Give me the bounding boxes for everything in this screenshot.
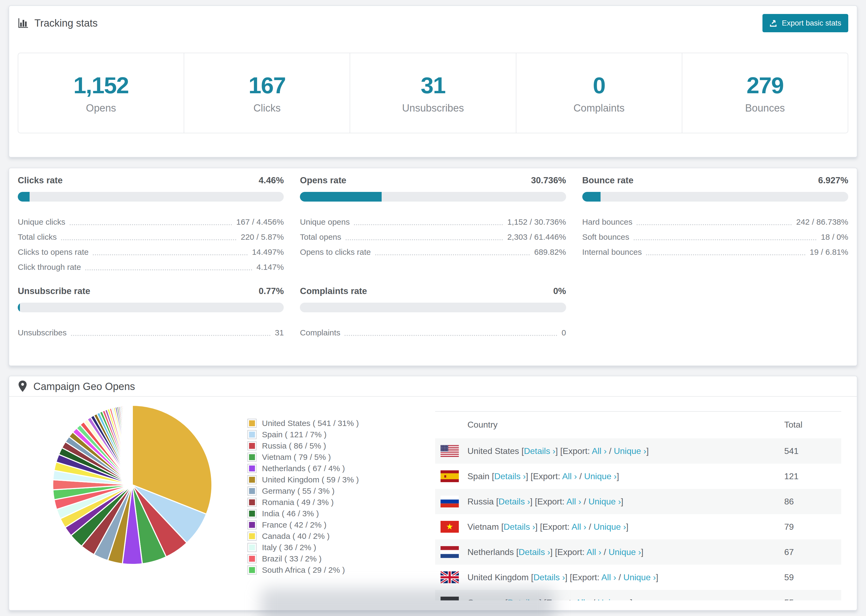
rate-stat-row: Click through rate4.147% xyxy=(18,259,284,275)
geo-table-row: United Kingdom [Details ›] [Export: All … xyxy=(435,565,841,590)
rate-stat-row: Complaints0 xyxy=(300,325,566,340)
row-links: [Details ›] [Export: All › / Unique ›] xyxy=(490,471,619,481)
rate-stat-value: 18 / 0% xyxy=(821,232,848,242)
export-unique-link[interactable]: Unique › xyxy=(614,446,646,456)
dotted-leader xyxy=(375,254,530,255)
dotted-leader xyxy=(345,335,557,336)
rate-stat-row: Opens to clicks rate689.82% xyxy=(300,245,566,259)
country-name: Spain xyxy=(468,471,490,481)
details-link[interactable]: Details › xyxy=(524,446,555,456)
legend-item: France ( 42 / 2% ) xyxy=(247,520,359,530)
country-total: 79 xyxy=(784,514,841,539)
legend-swatch xyxy=(247,486,257,496)
rate-panel-complaints-rate: Complaints rate0%Complaints0 xyxy=(300,286,566,340)
rate-stat-label: Total opens xyxy=(300,232,341,242)
rate-title: Bounce rate xyxy=(582,176,634,185)
campaign-overview-page: Tracking stats Export basic stats 1,152O… xyxy=(0,0,866,616)
legend-item: United States ( 541 / 31% ) xyxy=(247,419,359,428)
dotted-leader xyxy=(85,269,252,270)
bar-chart-icon xyxy=(18,18,28,28)
legend-label: India ( 46 / 3% ) xyxy=(262,509,319,518)
dotted-leader xyxy=(636,224,792,225)
geo-opens-title-text: Campaign Geo Opens xyxy=(33,381,135,392)
dotted-leader xyxy=(71,335,271,336)
country-name: United Kingdom xyxy=(468,572,529,582)
tracking-stats-card: Tracking stats Export basic stats 1,152O… xyxy=(9,5,857,157)
legend-swatch xyxy=(247,441,257,451)
export-all-link[interactable]: All › xyxy=(601,572,616,582)
geo-legend: United States ( 541 / 31% )Spain ( 121 /… xyxy=(247,419,359,600)
rate-stat-label: Unique opens xyxy=(300,217,350,227)
rate-stat-label: Clicks to opens rate xyxy=(18,247,88,257)
progress-bar xyxy=(18,192,284,201)
legend-item: Netherlands ( 67 / 4% ) xyxy=(247,464,359,473)
rate-stat-value: 2,303 / 61.446% xyxy=(507,232,566,242)
rate-stat-row: Unique clicks167 / 4.456% xyxy=(18,214,284,229)
shadow-artifact xyxy=(261,588,554,616)
stat-label: Unsubscribes xyxy=(402,102,464,114)
details-link[interactable]: Details › xyxy=(494,471,526,481)
legend-item: Italy ( 36 / 2% ) xyxy=(247,543,359,552)
geo-opens-table: Country Total United States [Details ›] … xyxy=(435,411,841,600)
details-link[interactable]: Details › xyxy=(533,572,565,582)
details-link[interactable]: Details › xyxy=(518,547,550,557)
rate-value: 30.736% xyxy=(531,176,566,185)
export-all-link[interactable]: All › xyxy=(576,598,590,601)
stat-value: 31 xyxy=(420,72,446,99)
stat-label: Complaints xyxy=(573,102,625,114)
rate-stat-value: 1,152 / 30.736% xyxy=(507,217,566,227)
dotted-leader xyxy=(70,224,232,225)
export-unique-link[interactable]: Unique › xyxy=(624,572,656,582)
legend-swatch xyxy=(247,532,257,541)
rate-stat-value: 689.82% xyxy=(534,247,566,257)
export-all-link[interactable]: All › xyxy=(587,547,601,557)
details-link[interactable]: Details › xyxy=(504,522,535,532)
tracking-stats-title-text: Tracking stats xyxy=(35,17,98,29)
rate-value: 0% xyxy=(553,286,566,295)
export-all-link[interactable]: All › xyxy=(592,446,606,456)
export-unique-link[interactable]: Unique › xyxy=(589,497,621,506)
legend-label: South Africa ( 29 / 2% ) xyxy=(262,566,345,575)
legend-label: Germany ( 55 / 3% ) xyxy=(262,486,335,496)
details-link[interactable]: Details › xyxy=(499,497,530,506)
flag-ru-icon xyxy=(441,496,459,508)
rate-stat-label: Unique clicks xyxy=(18,217,65,227)
stat-label: Bounces xyxy=(745,102,785,114)
rate-panel-unsubscribe-rate: Unsubscribe rate0.77%Unsubscribes31 xyxy=(18,286,284,340)
export-all-link[interactable]: All › xyxy=(567,497,581,506)
rate-stat-label: Hard bounces xyxy=(582,217,633,227)
rate-stat-value: 31 xyxy=(275,328,284,338)
country-name: Netherlands xyxy=(468,547,514,557)
country-total: 67 xyxy=(784,539,841,565)
country-name: Russia xyxy=(468,497,494,507)
rate-stat-value: 167 / 4.456% xyxy=(236,217,284,227)
export-basic-stats-button[interactable]: Export basic stats xyxy=(762,14,848,32)
rates-card: Clicks rate4.46%Unique clicks167 / 4.456… xyxy=(9,168,857,366)
legend-item: Vietnam ( 79 / 5% ) xyxy=(247,453,359,462)
legend-swatch xyxy=(247,475,257,484)
stat-value: 0 xyxy=(593,72,605,99)
geo-opens-pie-chart[interactable] xyxy=(52,404,213,566)
rate-stat-value: 14.497% xyxy=(252,247,284,257)
legend-swatch xyxy=(247,453,257,462)
stat-label: Opens xyxy=(86,102,116,114)
flag-vn-icon xyxy=(441,521,459,533)
export-unique-link[interactable]: Unique › xyxy=(584,471,617,481)
export-unique-link[interactable]: Unique › xyxy=(609,547,641,557)
dotted-leader xyxy=(646,254,805,255)
legend-label: Italy ( 36 / 2% ) xyxy=(262,543,316,552)
export-unique-link[interactable]: Unique › xyxy=(598,598,630,601)
export-all-link[interactable]: All › xyxy=(562,471,577,481)
pie-slice[interactable] xyxy=(132,405,132,485)
flag-us-icon xyxy=(441,445,459,457)
legend-swatch xyxy=(247,430,257,439)
geo-table-header-total: Total xyxy=(784,412,841,438)
export-unique-link[interactable]: Unique › xyxy=(594,522,626,532)
rate-stat-value: 0 xyxy=(562,328,566,338)
geo-content: United States ( 541 / 31% )Spain ( 121 /… xyxy=(18,397,848,600)
country-total: 121 xyxy=(784,464,841,489)
flag-es-icon xyxy=(441,470,459,482)
rate-stat-label: Unsubscribes xyxy=(18,328,67,338)
dotted-leader xyxy=(93,254,247,255)
export-all-link[interactable]: All › xyxy=(572,522,586,532)
